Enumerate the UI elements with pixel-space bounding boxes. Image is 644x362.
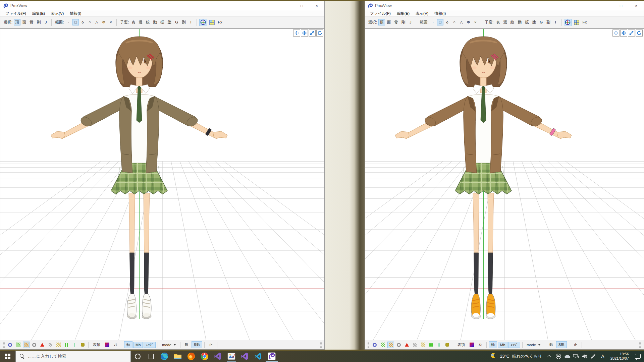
range-phi-button[interactable]: Φ (101, 19, 107, 25)
bone-pale-toggle[interactable] (436, 342, 442, 348)
select-bone-button[interactable]: 骨 (393, 19, 399, 25)
subwin-hyou-button[interactable]: 表 (130, 19, 137, 25)
range-lasso-button[interactable]: δ (79, 19, 86, 25)
range-point-button[interactable]: ・ (65, 19, 72, 25)
titlebar[interactable]: PmxView ─ □ × (365, 1, 644, 10)
subwin-sen-button[interactable]: 選 (138, 19, 144, 25)
close-button[interactable]: × (629, 1, 644, 10)
maximize-button[interactable]: □ (613, 1, 629, 10)
rigid-display-toggle[interactable] (79, 342, 86, 348)
wire-orange-toggle[interactable] (23, 342, 30, 348)
select-vertex-button[interactable]: 頂 (378, 19, 385, 25)
3d-viewport[interactable] (365, 28, 644, 340)
select-rigid-button[interactable]: 剛 (36, 19, 42, 25)
subwin-t-button[interactable]: T (188, 19, 194, 25)
range-triangle-button[interactable]: △ (458, 19, 465, 25)
rotate-button[interactable] (316, 29, 323, 37)
bone-pale-toggle[interactable] (71, 342, 78, 348)
statusbar-resize-grip[interactable] (639, 342, 641, 348)
subwin-t-button[interactable]: T (552, 19, 559, 25)
taskbar-app-visual-studio[interactable] (211, 351, 225, 362)
taskbar-app-file-explorer[interactable] (171, 351, 184, 362)
fx-button[interactable]: Fx (217, 19, 224, 25)
wire-khaki-toggle[interactable] (55, 342, 62, 348)
range-clear-button[interactable]: × (472, 19, 479, 25)
axis-toggle[interactable]: 軸 (124, 341, 132, 348)
front-view-toggle[interactable]: 正 (207, 341, 215, 348)
select-joint-button[interactable]: J (43, 19, 49, 25)
selfshadow-toggle[interactable]: S影 (192, 341, 202, 348)
face-display-toggle[interactable] (39, 342, 46, 348)
subwin-kaku-button[interactable]: 拡 (159, 19, 166, 25)
subwin-dou-button[interactable]: 動 (152, 19, 159, 25)
mode-dropdown[interactable]: mode (160, 342, 178, 348)
edge-toggle[interactable]: ｴｯｼﾞ (144, 342, 156, 348)
pan-camera-button[interactable] (293, 29, 300, 37)
vertex-display-toggle[interactable] (7, 342, 13, 348)
wire-gray-toggle[interactable] (47, 342, 54, 348)
windows-ink-button[interactable] (589, 351, 598, 362)
start-button[interactable] (0, 351, 15, 362)
vertex-surface-button[interactable]: 表頂 (91, 341, 103, 348)
axis-gizmo-button[interactable] (564, 19, 572, 26)
selfshadow-toggle[interactable]: S影 (556, 341, 567, 348)
network-button[interactable] (572, 351, 580, 362)
axis-toggle[interactable]: 軸 (489, 341, 497, 348)
select-face-button[interactable]: 面 (386, 19, 392, 25)
move-button[interactable] (301, 29, 308, 37)
statusbar-resize-grip[interactable] (320, 342, 322, 348)
wire-khaki-toggle[interactable] (420, 342, 426, 348)
taskbar-search-input[interactable]: ここに入力して検索 (15, 351, 131, 362)
menu-edit[interactable]: 編集(E) (29, 11, 48, 16)
subwin-g-button[interactable]: G (538, 19, 544, 25)
wire-orange-toggle[interactable] (387, 342, 394, 348)
taskbar-app-chrome[interactable] (198, 351, 211, 362)
front-view-toggle[interactable]: 正 (571, 341, 580, 348)
taskbar-app-visual-studio-2[interactable] (238, 351, 252, 362)
taskbar-app-vscode[interactable] (252, 351, 265, 362)
move-button[interactable] (620, 29, 627, 37)
subwin-nuri-button[interactable]: 塗 (166, 19, 173, 25)
task-view-button[interactable] (144, 351, 158, 362)
mb-toggle[interactable]: Mb (133, 342, 143, 348)
edge-toggle[interactable]: ｴｯｼﾞ (508, 342, 520, 348)
wire-gray-toggle[interactable] (412, 342, 418, 348)
minimize-button[interactable]: ─ (598, 1, 613, 10)
fx-button[interactable]: Fx (581, 19, 588, 25)
bone-display-toggle[interactable] (63, 342, 70, 348)
subwin-g-button[interactable]: G (173, 19, 180, 25)
subwin-shibori-button[interactable]: 絞 (145, 19, 151, 25)
volume-button[interactable] (580, 351, 589, 362)
shadow-toggle[interactable]: 影 (182, 341, 191, 348)
vertex-surface-button[interactable]: 表頂 (455, 341, 467, 348)
ime-mode-indicator[interactable]: A (598, 354, 608, 359)
close-button[interactable]: × (309, 1, 324, 10)
statusbar-grip[interactable] (3, 342, 5, 348)
taskbar-weather[interactable]: 23°C 晴れのちくもり (487, 353, 545, 360)
point-gray-toggle[interactable] (395, 342, 402, 348)
rotate-button[interactable] (636, 29, 643, 37)
3d-viewport[interactable] (0, 28, 324, 340)
zoom-button[interactable] (628, 29, 635, 37)
subwin-fuku-button[interactable]: 副 (545, 19, 552, 25)
wire-green-toggle[interactable] (379, 342, 386, 348)
select-face-button[interactable]: 面 (21, 19, 28, 25)
shadow-toggle[interactable]: 影 (547, 341, 555, 348)
range-triangle-button[interactable]: △ (94, 19, 100, 25)
select-rigid-button[interactable]: 剛 (400, 19, 407, 25)
onedrive-button[interactable] (563, 351, 572, 362)
range-lasso-button[interactable]: δ (444, 19, 450, 25)
zoom-button[interactable] (309, 29, 316, 37)
vertex-display-toggle[interactable] (371, 342, 378, 348)
subwin-nuri-button[interactable]: 塗 (531, 19, 538, 25)
range-point-button[interactable]: ・ (430, 19, 436, 25)
wire-green-toggle[interactable] (15, 342, 21, 348)
menu-file[interactable]: ファイル(F) (2, 11, 29, 16)
range-circle-button[interactable]: ○ (451, 19, 458, 25)
select-bone-button[interactable]: 骨 (28, 19, 35, 25)
rigid-display-toggle[interactable] (444, 342, 450, 348)
statusbar-grip[interactable] (368, 342, 369, 348)
titlebar[interactable]: PmxView ─ □ × (0, 1, 324, 10)
select-vertex-button[interactable]: 頂 (14, 19, 20, 25)
taskbar-app-pmx-editor[interactable] (265, 351, 278, 362)
